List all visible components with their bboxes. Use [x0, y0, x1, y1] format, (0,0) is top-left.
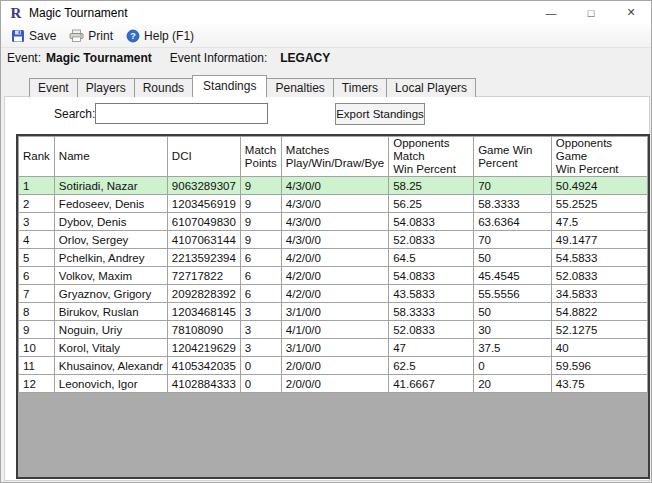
svg-text:?: ?	[130, 31, 136, 41]
table-cell: 56.25	[389, 195, 474, 213]
column-header[interactable]: Name	[54, 137, 167, 177]
column-header[interactable]: DCI	[167, 137, 240, 177]
table-cell: 9	[240, 177, 281, 195]
table-cell: 3/1/0/0	[281, 303, 388, 321]
table-row[interactable]: 4Orlov, Sergey410706314494/3/0/052.08337…	[19, 231, 648, 249]
table-cell: Gryaznov, Grigory	[54, 285, 167, 303]
event-information-label: Event Information:	[170, 51, 267, 65]
table-cell: 12	[19, 375, 55, 393]
close-button[interactable]: ✕	[611, 1, 651, 24]
column-header[interactable]: Opponents Match Win Percent	[389, 137, 474, 177]
table-cell: 54.0833	[389, 213, 474, 231]
table-cell: 8	[19, 303, 55, 321]
table-cell: 9	[19, 321, 55, 339]
tab-strip: EventPlayersRoundsStandingsPenaltiesTime…	[29, 75, 475, 97]
export-standings-button[interactable]: Export Standings	[335, 103, 425, 125]
table-cell: 54.5833	[551, 249, 647, 267]
table-row[interactable]: 1Sotiriadi, Nazar906328930794/3/0/058.25…	[19, 177, 648, 195]
table-cell: 4102884333	[167, 375, 240, 393]
column-header[interactable]: Match Points	[240, 137, 281, 177]
table-cell: 58.3333	[389, 303, 474, 321]
table-cell: 55.2525	[551, 195, 647, 213]
table-cell: 47.5	[551, 213, 647, 231]
table-cell: 0	[240, 375, 281, 393]
table-row[interactable]: 9Noguin, Uriy7810809034/1/0/052.08333052…	[19, 321, 648, 339]
table-cell: 3/1/0/0	[281, 339, 388, 357]
table-cell: 0	[240, 357, 281, 375]
column-header[interactable]: Rank	[19, 137, 55, 177]
table-cell: 1	[19, 177, 55, 195]
printer-icon	[69, 29, 84, 43]
table-cell: 9063289307	[167, 177, 240, 195]
table-row[interactable]: 3Dybov, Denis610704983094/3/0/054.083363…	[19, 213, 648, 231]
table-row[interactable]: 12Leonovich, Igor410288433302/0/0/041.66…	[19, 375, 648, 393]
tab-players[interactable]: Players	[77, 78, 135, 97]
table-cell: 4/3/0/0	[281, 213, 388, 231]
table-cell: 4/2/0/0	[281, 249, 388, 267]
search-label: Search:	[54, 107, 95, 121]
table-cell: 50	[474, 249, 552, 267]
table-cell: Korol, Vitaly	[54, 339, 167, 357]
table-row[interactable]: 10Korol, Vitaly120421962933/1/0/04737.54…	[19, 339, 648, 357]
table-row[interactable]: 11Khusainov, Alexandr410534203502/0/0/06…	[19, 357, 648, 375]
maximize-button[interactable]: □	[571, 1, 611, 24]
table-cell: 6	[240, 285, 281, 303]
tab-rounds[interactable]: Rounds	[134, 78, 193, 97]
event-label: Event:	[7, 51, 41, 65]
table-cell: Fedoseev, Denis	[54, 195, 167, 213]
table-cell: 4/1/0/0	[281, 321, 388, 339]
column-header[interactable]: Matches Play/Win/Draw/Bye	[281, 137, 388, 177]
table-cell: 3	[240, 303, 281, 321]
table-row[interactable]: 6Volkov, Maxim7271782264/2/0/054.083345.…	[19, 267, 648, 285]
print-button[interactable]: Print	[64, 26, 121, 46]
event-info-bar: Event: Magic Tournament Event Informatio…	[1, 48, 651, 67]
table-row[interactable]: 2Fedoseev, Denis120345691994/3/0/056.255…	[19, 195, 648, 213]
tab-timers[interactable]: Timers	[333, 78, 387, 97]
table-cell: 52.1275	[551, 321, 647, 339]
minimize-button[interactable]: —	[531, 1, 571, 24]
table-cell: 2/0/0/0	[281, 375, 388, 393]
table-cell: 45.4545	[474, 267, 552, 285]
table-cell: 63.6364	[474, 213, 552, 231]
tab-event[interactable]: Event	[29, 78, 78, 97]
tab-local-players[interactable]: Local Players	[386, 78, 476, 97]
table-cell: 50	[474, 303, 552, 321]
table-cell: 50.4924	[551, 177, 647, 195]
event-information-value: LEGACY	[280, 51, 330, 65]
table-cell: 52.0833	[389, 321, 474, 339]
table-cell: 40	[551, 339, 647, 357]
table-cell: 41.6667	[389, 375, 474, 393]
table-cell: 4/3/0/0	[281, 231, 388, 249]
table-cell: 6	[19, 267, 55, 285]
table-cell: 47	[389, 339, 474, 357]
table-cell: Sotiriadi, Nazar	[54, 177, 167, 195]
header-row: RankNameDCIMatch PointsMatches Play/Win/…	[19, 137, 648, 177]
tab-penalties[interactable]: Penalties	[266, 78, 333, 97]
help-question-icon: ?	[126, 29, 140, 43]
table-cell: 2	[19, 195, 55, 213]
table-cell: 7	[19, 285, 55, 303]
window-title: Magic Tournament	[29, 6, 128, 20]
save-button[interactable]: Save	[6, 26, 64, 46]
table-row[interactable]: 7Gryaznov, Grigory209282839264/2/0/043.5…	[19, 285, 648, 303]
help-button[interactable]: ? Help (F1)	[121, 26, 202, 46]
table-cell: 58.3333	[474, 195, 552, 213]
table-cell: 54.0833	[389, 267, 474, 285]
search-input[interactable]	[95, 103, 268, 124]
table-cell: 6	[240, 249, 281, 267]
table-cell: 64.5	[389, 249, 474, 267]
standings-grid[interactable]: RankNameDCIMatch PointsMatches Play/Win/…	[16, 134, 650, 479]
table-row[interactable]: 5Pchelkin, Andrey221359239464/2/0/064.55…	[19, 249, 648, 267]
table-cell: 72717822	[167, 267, 240, 285]
column-header[interactable]: Game Win Percent	[474, 137, 552, 177]
tab-standings[interactable]: Standings	[192, 75, 267, 97]
table-cell: 6107049830	[167, 213, 240, 231]
table-cell: Orlov, Sergey	[54, 231, 167, 249]
table-cell: 52.0833	[389, 231, 474, 249]
column-header[interactable]: Opponents Game Win Percent	[551, 137, 647, 177]
table-cell: 9	[240, 213, 281, 231]
table-cell: 2092828392	[167, 285, 240, 303]
table-cell: 34.5833	[551, 285, 647, 303]
app-icon: R	[8, 5, 24, 21]
table-row[interactable]: 8Birukov, Ruslan120346814533/1/0/058.333…	[19, 303, 648, 321]
